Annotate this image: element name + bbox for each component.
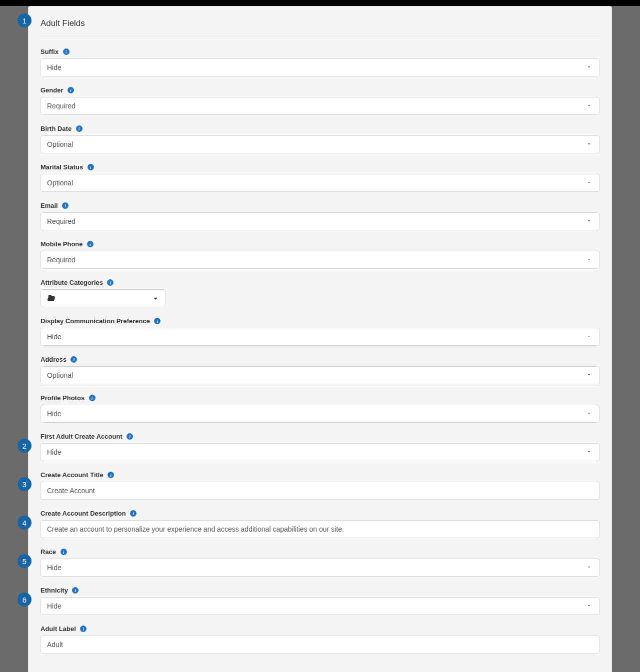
marital-value: Optional: [47, 179, 73, 187]
birthdate-select[interactable]: Optional: [40, 135, 600, 153]
info-icon[interactable]: i: [80, 626, 86, 632]
gender-value: Required: [47, 102, 76, 110]
mobile-value: Required: [47, 256, 76, 264]
email-value: Required: [47, 217, 76, 225]
field-photos: Profile Photos i Hide: [40, 393, 600, 423]
field-race: 5 Race i Hide: [40, 547, 600, 577]
field-ethnicity: 6 Ethnicity i Hide: [40, 586, 600, 615]
race-select[interactable]: Hide: [40, 559, 600, 577]
adult-fields-card: 1 Adult Fields Suffix i Hide Gender i Re…: [28, 6, 612, 672]
chevron-down-icon: [586, 179, 592, 187]
field-suffix: Suffix i Hide: [40, 47, 600, 76]
commpref-select[interactable]: Hide: [40, 328, 600, 346]
chevron-down-icon: [586, 63, 592, 71]
field-gender: Gender i Required: [40, 85, 600, 115]
address-label: Address: [40, 356, 66, 363]
step-badge-4: 4: [18, 516, 32, 530]
suffix-select[interactable]: Hide: [40, 58, 600, 76]
field-adultlabel: Adult Label i Adult: [40, 624, 600, 654]
suffix-label: Suffix: [40, 48, 58, 55]
accttitle-value: Create Account: [47, 487, 95, 495]
mobile-select[interactable]: Required: [40, 251, 600, 269]
acctdesc-value: Create an account to personalize your ex…: [47, 525, 344, 533]
step-badge-2: 2: [18, 439, 32, 453]
accttitle-label: Create Account Title: [40, 471, 104, 479]
chevron-down-icon: [586, 371, 592, 379]
info-icon[interactable]: i: [60, 549, 67, 555]
attrcat-picker[interactable]: [40, 289, 166, 307]
acctdesc-label: Create Account Description: [40, 510, 126, 517]
page-background: 1 Adult Fields Suffix i Hide Gender i Re…: [0, 6, 640, 672]
ethnicity-select[interactable]: Hide: [40, 597, 600, 615]
info-icon[interactable]: i: [68, 87, 74, 93]
field-commpref: Display Communication Preference i Hide: [40, 316, 600, 346]
field-address: Address i Optional: [40, 355, 600, 384]
ethnicity-value: Hide: [47, 602, 62, 610]
gender-select[interactable]: Required: [40, 97, 600, 115]
info-icon[interactable]: i: [62, 202, 68, 209]
info-icon[interactable]: i: [126, 433, 133, 440]
firstadult-select[interactable]: Hide: [40, 443, 600, 461]
field-acctdesc: 4 Create Account Description i Create an…: [40, 509, 600, 538]
suffix-value: Hide: [47, 63, 62, 71]
marital-label: Marital Status: [40, 163, 83, 171]
step-badge-3: 3: [18, 477, 32, 491]
folder-open-icon: [47, 294, 55, 303]
accttitle-input[interactable]: Create Account: [40, 482, 600, 500]
photos-value: Hide: [47, 410, 62, 418]
step-badge-1: 1: [18, 13, 32, 27]
info-icon[interactable]: i: [107, 279, 114, 286]
field-attrcat: Attribute Categories i: [40, 278, 600, 307]
race-label: Race: [40, 548, 56, 556]
chevron-down-icon: [586, 140, 592, 148]
chevron-down-icon: [586, 410, 592, 418]
chevron-down-icon: [586, 448, 592, 456]
chevron-down-icon: [586, 602, 592, 610]
firstadult-value: Hide: [47, 448, 62, 456]
adultlabel-input[interactable]: Adult: [40, 636, 600, 654]
photos-select[interactable]: Hide: [40, 405, 600, 423]
commpref-value: Hide: [47, 333, 62, 341]
step-badge-6: 6: [18, 593, 32, 607]
birthdate-value: Optional: [47, 140, 73, 148]
mobile-label: Mobile Phone: [40, 240, 83, 248]
info-icon[interactable]: i: [130, 510, 136, 517]
field-birthdate: Birth Date i Optional: [40, 124, 600, 153]
address-value: Optional: [47, 371, 73, 379]
field-accttitle: 3 Create Account Title i Create Account: [40, 470, 600, 500]
photos-label: Profile Photos: [40, 394, 84, 402]
card-title: Adult Fields: [40, 14, 600, 37]
gender-label: Gender: [40, 86, 64, 94]
step-badge-5: 5: [18, 554, 32, 568]
info-icon[interactable]: i: [87, 241, 94, 247]
info-icon[interactable]: i: [108, 472, 114, 478]
info-icon[interactable]: i: [70, 356, 77, 363]
birthdate-label: Birth Date: [40, 125, 72, 132]
field-marital: Marital Status i Optional: [40, 162, 600, 192]
address-select[interactable]: Optional: [40, 366, 600, 384]
field-mobile: Mobile Phone i Required: [40, 239, 600, 269]
adultlabel-label: Adult Label: [40, 625, 76, 633]
field-email: Email i Required: [40, 201, 600, 230]
info-icon[interactable]: i: [72, 587, 78, 594]
attrcat-label: Attribute Categories: [40, 279, 103, 286]
chevron-down-icon: [586, 217, 592, 225]
adultlabel-value: Adult: [47, 641, 63, 649]
chevron-down-icon: [586, 333, 592, 341]
caret-down-icon: [153, 294, 158, 302]
info-icon[interactable]: i: [89, 395, 96, 401]
info-icon[interactable]: i: [154, 318, 160, 324]
firstadult-label: First Adult Create Account: [40, 433, 122, 440]
commpref-label: Display Communication Preference: [40, 317, 150, 325]
ethnicity-label: Ethnicity: [40, 587, 68, 594]
acctdesc-input[interactable]: Create an account to personalize your ex…: [40, 520, 600, 538]
info-icon[interactable]: i: [76, 125, 82, 132]
marital-select[interactable]: Optional: [40, 174, 600, 192]
info-icon[interactable]: i: [63, 48, 70, 55]
chevron-down-icon: [586, 256, 592, 264]
email-label: Email: [40, 202, 58, 209]
field-firstadult: 2 First Adult Create Account i Hide: [40, 432, 600, 461]
chevron-down-icon: [586, 564, 592, 572]
email-select[interactable]: Required: [40, 212, 600, 230]
info-icon[interactable]: i: [88, 164, 94, 170]
